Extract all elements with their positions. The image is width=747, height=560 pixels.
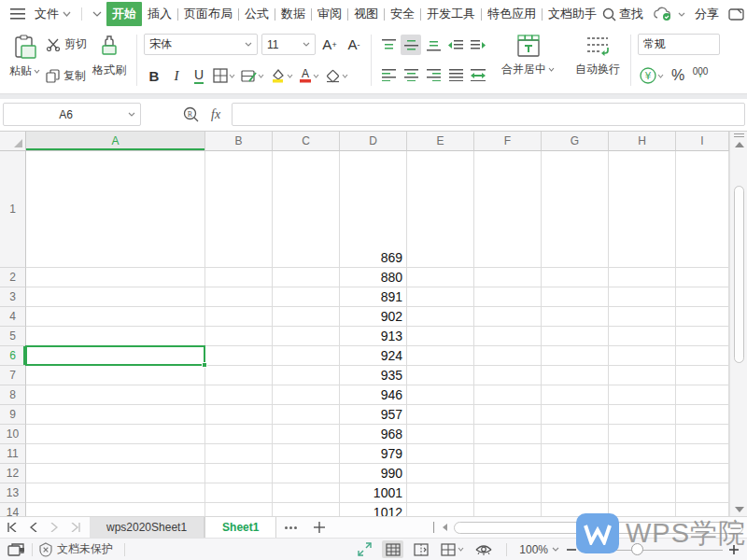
sheet-tab-wps2020Sheet1[interactable]: wps2020Sheet1 — [90, 517, 204, 538]
column-header-D[interactable]: D — [340, 132, 407, 151]
cell-H14[interactable] — [609, 503, 676, 516]
cell-B5[interactable] — [205, 327, 273, 346]
align-top-button[interactable] — [378, 35, 399, 55]
ribbon-tab-1[interactable]: 开始 — [106, 2, 142, 26]
cell-F3[interactable] — [474, 287, 542, 307]
cell-I2[interactable] — [676, 268, 729, 287]
h-split-handle[interactable] — [433, 522, 435, 533]
currency-format-button[interactable]: ¥ — [638, 65, 666, 86]
vertical-scroll-thumb[interactable] — [734, 186, 744, 363]
cell-F5[interactable] — [474, 327, 542, 346]
cell-I13[interactable] — [676, 483, 729, 503]
thousands-format-button[interactable]: 000 ’ — [690, 65, 711, 86]
cell-G1[interactable] — [542, 151, 609, 268]
font-color-button[interactable]: A — [297, 65, 321, 86]
copy-button[interactable]: 复制 — [46, 68, 87, 84]
ribbon-tab-10[interactable]: 特色应用 — [482, 2, 542, 26]
row-header-4[interactable]: 4 — [0, 307, 26, 327]
share-button[interactable]: 分享 — [695, 6, 719, 22]
cell-A11[interactable] — [26, 444, 205, 464]
fill-color-button[interactable] — [268, 65, 295, 86]
cell-I6[interactable] — [676, 346, 729, 366]
column-header-H[interactable]: H — [609, 132, 676, 151]
cell-style-button[interactable] — [239, 65, 266, 86]
zoom-out-icon[interactable] — [566, 544, 577, 555]
fullscreen-button[interactable] — [354, 540, 375, 558]
cell-A9[interactable] — [26, 405, 205, 425]
cell-C9[interactable] — [273, 405, 340, 425]
sheet-tab-Sheet1[interactable]: Sheet1 — [204, 517, 276, 538]
cut-button[interactable]: 剪切 — [46, 36, 87, 52]
row-header-13[interactable]: 13 — [0, 483, 26, 503]
cell-C8[interactable] — [273, 385, 340, 405]
grow-font-button[interactable]: A+ — [319, 35, 340, 55]
zoom-level-button[interactable]: 100% — [519, 543, 559, 556]
cell-D10[interactable]: 968 — [340, 425, 407, 444]
workbook-pages-button[interactable] — [7, 542, 26, 557]
cell-A5[interactable] — [26, 327, 205, 346]
cell-E10[interactable] — [407, 425, 474, 444]
column-header-C[interactable]: C — [273, 132, 340, 151]
ribbon-tab-6[interactable]: 审阅 — [312, 2, 347, 26]
cell-G7[interactable] — [542, 366, 609, 385]
app-frame-icon[interactable] — [728, 7, 744, 21]
ribbon-tab-11[interactable]: 文档助手 — [543, 2, 602, 26]
ribbon-tab-4[interactable]: 公式 — [239, 2, 275, 26]
cell-B12[interactable] — [205, 464, 273, 483]
cell-G10[interactable] — [542, 425, 609, 444]
cell-I14[interactable] — [676, 503, 729, 516]
align-bottom-button[interactable] — [423, 35, 444, 55]
cell-F7[interactable] — [474, 366, 542, 385]
cell-F13[interactable] — [474, 483, 542, 503]
cell-D14[interactable]: 1012 — [340, 503, 407, 516]
column-header-A[interactable]: A — [26, 132, 205, 151]
cell-H5[interactable] — [609, 327, 676, 346]
cell-A12[interactable] — [26, 464, 205, 483]
cell-F14[interactable] — [474, 503, 542, 516]
normal-view-button[interactable] — [382, 540, 403, 558]
next-sheet-icon[interactable] — [50, 523, 58, 532]
cell-E7[interactable] — [407, 366, 474, 385]
ribbon-tab-3[interactable]: 页面布局 — [178, 2, 238, 26]
cell-E1[interactable] — [407, 151, 474, 268]
ribbon-tab-2[interactable]: 插入 — [142, 2, 177, 26]
selection-box[interactable] — [25, 345, 205, 366]
cell-B9[interactable] — [205, 405, 273, 425]
cell-E5[interactable] — [407, 327, 474, 346]
underline-button[interactable]: U — [189, 65, 209, 86]
cell-H11[interactable] — [609, 444, 676, 464]
cell-G5[interactable] — [542, 327, 609, 346]
font-size-select[interactable]: 11 — [261, 34, 316, 55]
cell-E13[interactable] — [407, 483, 474, 503]
cloud-sync-button[interactable] — [653, 7, 685, 21]
cell-G13[interactable] — [542, 483, 609, 503]
cell-A10[interactable] — [26, 425, 205, 444]
decrease-indent-button[interactable] — [445, 35, 466, 55]
cell-B1[interactable] — [205, 151, 273, 268]
column-header-B[interactable]: B — [205, 132, 273, 151]
cell-E4[interactable] — [407, 307, 474, 327]
cell-I9[interactable] — [676, 405, 729, 425]
cell-A14[interactable] — [26, 503, 205, 516]
cell-C4[interactable] — [273, 307, 340, 327]
align-center-button[interactable] — [401, 64, 421, 85]
cell-G6[interactable] — [542, 346, 609, 366]
cell-A3[interactable] — [26, 287, 205, 307]
cell-B7[interactable] — [205, 366, 273, 385]
cell-B14[interactable] — [205, 503, 273, 516]
cell-G3[interactable] — [542, 287, 609, 307]
prev-sheet-icon[interactable] — [30, 523, 37, 532]
cell-H12[interactable] — [609, 464, 676, 483]
bold-button[interactable]: B — [144, 65, 164, 86]
row-header-8[interactable]: 8 — [0, 385, 26, 405]
cell-I11[interactable] — [676, 444, 729, 464]
cell-E12[interactable] — [407, 464, 474, 483]
cell-B13[interactable] — [205, 483, 273, 503]
cell-B2[interactable] — [205, 268, 273, 287]
select-all-corner[interactable] — [0, 132, 26, 151]
cell-H6[interactable] — [609, 346, 676, 366]
cell-A4[interactable] — [26, 307, 205, 327]
cell-D1[interactable]: 869 — [340, 151, 407, 268]
cell-I7[interactable] — [676, 366, 729, 385]
cell-D13[interactable]: 1001 — [340, 483, 407, 503]
